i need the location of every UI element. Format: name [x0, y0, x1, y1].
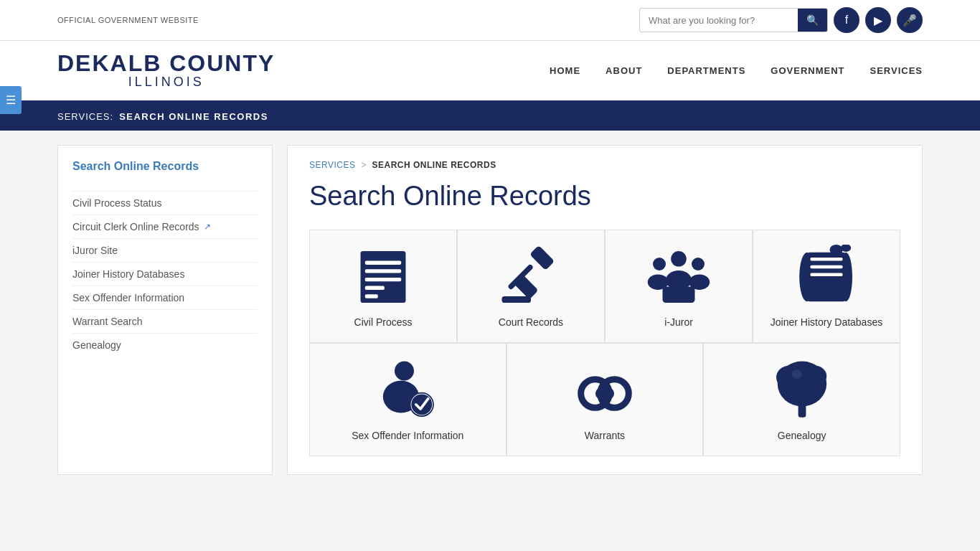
sidebar-item-joiner[interactable]: Joiner History Databases: [72, 262, 258, 286]
card-court-records-label: Court Records: [499, 316, 563, 328]
breadcrumb: SERVICES > SEARCH ONLINE RECORDS: [309, 160, 900, 170]
search-input[interactable]: [640, 10, 798, 31]
svg-point-38: [791, 369, 801, 379]
svg-rect-20: [811, 258, 843, 261]
card-court-records[interactable]: Court Records: [457, 230, 605, 343]
sidebar-item-sex-offender[interactable]: Sex Offender Information: [72, 286, 258, 309]
svg-rect-3: [365, 278, 401, 281]
svg-point-12: [653, 258, 666, 270]
svg-rect-25: [839, 248, 842, 256]
sidebar-link-civil-process[interactable]: Civil Process Status: [72, 197, 161, 209]
banner-page-title: SEARCH ONLINE RECORDS: [119, 111, 268, 122]
svg-point-14: [692, 258, 705, 270]
main-content: SERVICES > SEARCH ONLINE RECORDS Search …: [287, 145, 923, 475]
facebook-icon[interactable]: f: [834, 7, 859, 33]
top-right-controls: 🔍 f ▶ 🎤: [639, 7, 923, 33]
card-joiner-history-label: Joiner History Databases: [771, 316, 882, 328]
search-bar: 🔍: [639, 8, 828, 32]
svg-rect-5: [365, 294, 378, 298]
breadcrumb-current: SEARCH ONLINE RECORDS: [372, 160, 496, 170]
svg-point-29: [412, 394, 433, 415]
youtube-icon[interactable]: ▶: [865, 7, 891, 33]
content-area: Search Online Records Civil Process Stat…: [0, 131, 980, 489]
svg-rect-37: [798, 403, 806, 418]
main-nav: HOME ABOUT DEPARTMENTS GOVERNMENT SERVIC…: [550, 65, 923, 76]
cards-grid-row2: Sex Offender Information Warrants: [309, 343, 900, 456]
card-genealogy-label: Genealogy: [778, 430, 826, 441]
nav-about[interactable]: ABOUT: [606, 65, 642, 76]
sidebar-item-ijuror[interactable]: iJuror Site: [72, 238, 258, 262]
svg-point-10: [671, 251, 687, 267]
card-civil-process-label: Civil Process: [354, 316, 413, 328]
sidebar-link-ijuror[interactable]: iJuror Site: [72, 245, 118, 256]
card-ijuror[interactable]: i-Juror: [605, 230, 753, 343]
top-bar: OFFICIAL GOVERNMENT WEBSITE 🔍 f ▶ 🎤: [0, 0, 980, 41]
search-button[interactable]: 🔍: [798, 9, 827, 32]
court-records-icon: [499, 245, 563, 309]
sidebar-title: Search Online Records: [72, 160, 258, 180]
nav-departments[interactable]: DEPARTMENTS: [667, 65, 745, 76]
logo-sub: ILLINOIS: [57, 75, 275, 90]
cards-grid-row1: Civil Process Court Records: [309, 230, 900, 343]
svg-rect-16: [663, 287, 695, 303]
sidebar-item-warrant[interactable]: Warrant Search: [72, 309, 258, 333]
microphone-icon[interactable]: 🎤: [897, 7, 923, 33]
card-genealogy[interactable]: Genealogy: [703, 343, 900, 456]
nav-services[interactable]: SERVICES: [870, 65, 923, 76]
svg-point-26: [395, 362, 414, 381]
breadcrumb-separator: >: [361, 160, 366, 170]
svg-rect-21: [811, 265, 843, 269]
sex-offender-icon: [375, 358, 440, 423]
card-warrants-label: Warrants: [585, 430, 625, 441]
header: DEKALB COUNTY ILLINOIS HOME ABOUT DEPART…: [0, 41, 980, 103]
svg-rect-32: [601, 390, 609, 397]
svg-point-36: [803, 366, 826, 387]
logo-main: DEKALB COUNTY: [57, 52, 275, 75]
sidebar-link-sex-offender[interactable]: Sex Offender Information: [72, 292, 184, 303]
sidebar-link-warrant[interactable]: Warrant Search: [72, 316, 143, 327]
civil-process-icon: [351, 245, 415, 309]
svg-rect-9: [502, 296, 532, 303]
card-warrants[interactable]: Warrants: [507, 343, 704, 456]
sidebar: Search Online Records Civil Process Stat…: [57, 145, 273, 475]
card-sex-offender-label: Sex Offender Information: [352, 430, 463, 441]
svg-rect-1: [365, 261, 401, 265]
sidebar-link-circuit-clerk[interactable]: Circuit Clerk Online Records: [72, 221, 199, 232]
sidebar-link-genealogy[interactable]: Genealogy: [72, 339, 121, 351]
breadcrumb-banner: SERVICES: SEARCH ONLINE RECORDS: [0, 103, 980, 131]
sidebar-item-circuit-clerk[interactable]: Circuit Clerk Online Records ↗: [72, 215, 258, 238]
svg-rect-6: [529, 245, 555, 270]
ijuror-icon: [646, 245, 711, 309]
sidebar-item-civil-process[interactable]: Civil Process Status: [72, 191, 258, 215]
breadcrumb-services-link[interactable]: SERVICES: [309, 160, 355, 170]
sidebar-item-genealogy[interactable]: Genealogy: [72, 333, 258, 357]
svg-rect-22: [811, 273, 843, 277]
sidebar-link-joiner[interactable]: Joiner History Databases: [72, 268, 184, 280]
card-sex-offender[interactable]: Sex Offender Information: [309, 343, 507, 456]
card-joiner-history[interactable]: Joiner History Databases: [753, 230, 900, 343]
svg-rect-2: [365, 269, 401, 273]
page-heading: Search Online Records: [309, 181, 900, 212]
official-text: OFFICIAL GOVERNMENT WEBSITE: [57, 16, 199, 24]
card-ijuror-label: i-Juror: [664, 316, 693, 328]
accessibility-button[interactable]: ☰: [0, 86, 22, 114]
warrants-icon: [573, 358, 637, 423]
nav-home[interactable]: HOME: [550, 65, 580, 76]
joiner-history-icon: [794, 245, 859, 309]
svg-rect-4: [365, 286, 385, 290]
logo[interactable]: DEKALB COUNTY ILLINOIS: [57, 52, 275, 90]
banner-services-label: SERVICES:: [57, 111, 113, 122]
genealogy-icon: [770, 358, 834, 423]
nav-government[interactable]: GOVERNMENT: [771, 65, 844, 76]
card-civil-process[interactable]: Civil Process: [309, 230, 457, 343]
external-link-icon: ↗: [204, 222, 211, 232]
